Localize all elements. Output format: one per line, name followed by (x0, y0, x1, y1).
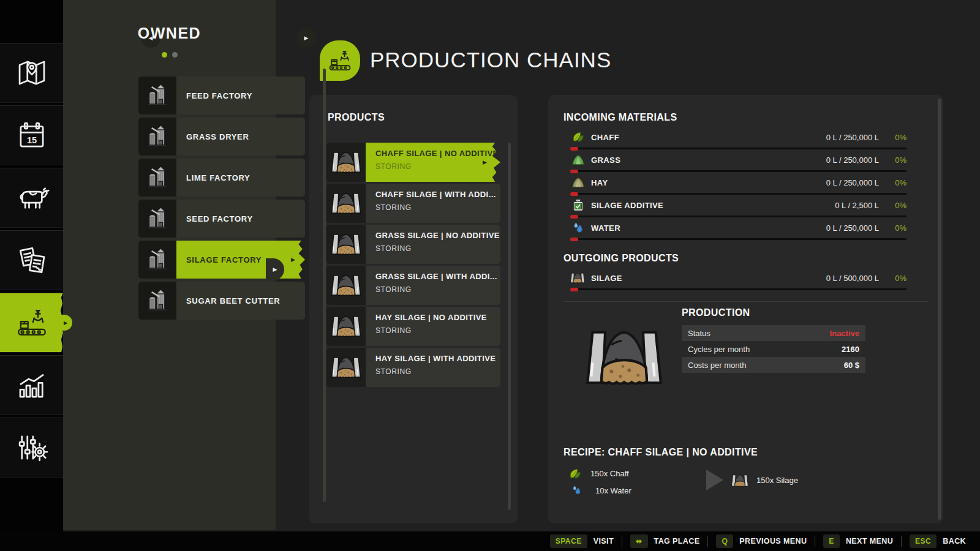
factory-icon (138, 159, 176, 197)
product-label: HAY SILAGE | WITH ADDITIVE (375, 354, 500, 363)
owned-scrollbar[interactable] (323, 69, 326, 502)
factory-icon (138, 200, 176, 238)
q-key: Q (716, 534, 733, 548)
sidebar-item-contracts[interactable] (0, 230, 63, 290)
owned-pagination-dots (63, 52, 276, 58)
material-progress-bar (571, 288, 907, 290)
owned-item-label: FEED FACTORY (186, 91, 252, 100)
material-percent: 0% (882, 156, 907, 165)
owned-item-label: SEED FACTORY (186, 214, 253, 223)
product-status: STORING (375, 367, 500, 376)
material-progress-indicator (570, 192, 578, 196)
material-amount: 0 L / 500,000 L (826, 274, 879, 283)
settings-icon (14, 430, 50, 465)
water-icon (571, 484, 582, 496)
owned-next-page-button[interactable]: ▶ (296, 28, 316, 48)
product-item-chaff-silage-with-additive[interactable]: CHAFF SILAGE | WITH ADDI... STORING (326, 184, 500, 223)
owned-panel: ◀ OWNED ▶ FEED FACTORY GRASS DRYER LIME … (63, 0, 276, 530)
product-status: STORING (375, 203, 500, 212)
material-row-silage: SILAGE 0 L / 500,000 L 0% (564, 271, 925, 292)
recipe-input-text: 150x Chaff (590, 469, 629, 478)
product-status: STORING (375, 162, 500, 171)
bunker-silo-icon (326, 266, 366, 305)
hotkey-label: VISIT (594, 537, 614, 545)
hotkey-tag-place[interactable]: ⬌ TAG PLACE (622, 534, 707, 548)
material-row-grass: GRASS 0 L / 250,000 L 0% (564, 153, 925, 174)
owned-item-seed-factory[interactable]: SEED FACTORY (138, 200, 305, 238)
silage-additive-icon (571, 198, 585, 212)
material-name: SILAGE ADDITIVE (591, 201, 663, 210)
owned-item-sugar-beet-cutter[interactable]: SUGAR BEET CUTTER (138, 282, 305, 320)
esc-key: ESC (910, 534, 937, 548)
hotkey-visit[interactable]: SPACE VISIT (542, 534, 622, 548)
sidebar-item-map[interactable] (0, 43, 63, 103)
chevron-right-icon: ▶ (304, 35, 309, 41)
owned-item-label: SUGAR BEET CUTTER (186, 296, 280, 305)
selected-arrow-icon: ▶ (291, 257, 295, 263)
production-row-cycles: Cycles per month 2160 (682, 341, 865, 357)
material-progress-indicator (570, 147, 578, 151)
material-name: HAY (591, 178, 608, 187)
hotkey-next-menu[interactable]: E NEXT MENU (815, 534, 901, 548)
map-icon (14, 55, 50, 91)
production-chains-screen: ▶ ◀ OWNED ▶ FEED FACTORY GRASS DRYER LIM… (0, 0, 980, 551)
bunker-silo-icon (326, 348, 366, 387)
product-item-hay-silage-no-additive[interactable]: HAY SILAGE | NO ADDITIVE STORING (326, 307, 500, 346)
recipe-input-water: 10x Water (564, 484, 723, 499)
section-divider (564, 301, 928, 302)
incoming-materials-title: INCOMING MATERIALS (564, 112, 677, 123)
space-key: SPACE (550, 534, 587, 548)
owned-item-label: SILAGE FACTORY (186, 255, 262, 264)
hotkey-back[interactable]: ESC BACK (902, 534, 974, 548)
owned-item-feed-factory[interactable]: FEED FACTORY (138, 77, 305, 114)
contracts-icon (14, 242, 50, 278)
cow-icon (14, 180, 50, 216)
product-item-grass-silage-with-additive[interactable]: GRASS SILAGE | WITH ADDI... STORING (326, 266, 500, 305)
material-row-chaff: CHAFF 0 L / 250,000 L 0% (564, 130, 925, 151)
bunker-silo-image (584, 320, 665, 395)
material-amount: 0 L / 250,000 L (826, 223, 879, 233)
status-value: Inactive (830, 329, 859, 338)
material-progress-bar (571, 148, 907, 149)
page-dot-active (162, 52, 167, 58)
cycles-value: 2160 (842, 345, 859, 354)
material-progress-indicator (570, 288, 578, 291)
silage-icon (570, 272, 586, 284)
product-status: STORING (375, 326, 500, 335)
product-item-grass-silage-no-additive[interactable]: GRASS SILAGE | NO ADDITIVE STORING (326, 225, 500, 264)
hotkey-label: TAG PLACE (654, 537, 700, 545)
chaff-icon (568, 467, 582, 481)
sidebar-item-calendar[interactable] (0, 105, 63, 165)
hotkey-bar: SPACE VISIT ⬌ TAG PLACE Q PREVIOUS MENU … (0, 531, 980, 551)
tab-key-icon: ⬌ (630, 534, 648, 548)
recipe-arrow-icon (706, 470, 723, 490)
production-row-label: Status (688, 329, 830, 338)
production-title: PRODUCTION (682, 307, 750, 318)
sidebar-item-settings[interactable] (0, 418, 63, 478)
material-amount: 0 L / 250,000 L (826, 178, 879, 187)
factory-icon (138, 77, 176, 114)
product-item-chaff-silage-no-additive[interactable]: CHAFF SILAGE | NO ADDITIVE STORING ▶ (326, 143, 500, 182)
material-name: CHAFF (591, 133, 619, 142)
calendar-icon (14, 118, 50, 153)
sidebar-item-production[interactable] (0, 293, 63, 353)
material-name: SILAGE (591, 274, 622, 283)
factory-detail-panel: INCOMING MATERIALS CHAFF 0 L / 250,000 L… (548, 95, 943, 523)
material-progress-indicator (570, 238, 578, 241)
products-scrollbar[interactable] (508, 143, 511, 510)
sidebar-item-statistics[interactable] (0, 355, 63, 415)
recipe-input-text: 10x Water (595, 486, 631, 495)
bunker-silo-icon (326, 225, 366, 264)
sidebar-item-animals[interactable] (0, 168, 63, 228)
product-item-hay-silage-with-additive[interactable]: HAY SILAGE | WITH ADDITIVE STORING (326, 348, 500, 387)
material-percent: 0% (882, 178, 907, 187)
outgoing-products-title: OUTGOING PRODUCTS (564, 253, 679, 264)
detail-scrollbar[interactable] (938, 99, 941, 520)
owned-item-label: GRASS DRYER (186, 132, 249, 141)
factory-icon (138, 118, 176, 156)
hotkey-previous-menu[interactable]: Q PREVIOUS MENU (708, 534, 815, 548)
owned-item-lime-factory[interactable]: LIME FACTORY (138, 159, 305, 197)
production-row-label: Cycles per month (688, 345, 842, 354)
owned-item-grass-dryer[interactable]: GRASS DRYER (138, 118, 305, 156)
owned-panel-title: OWNED (138, 24, 201, 42)
